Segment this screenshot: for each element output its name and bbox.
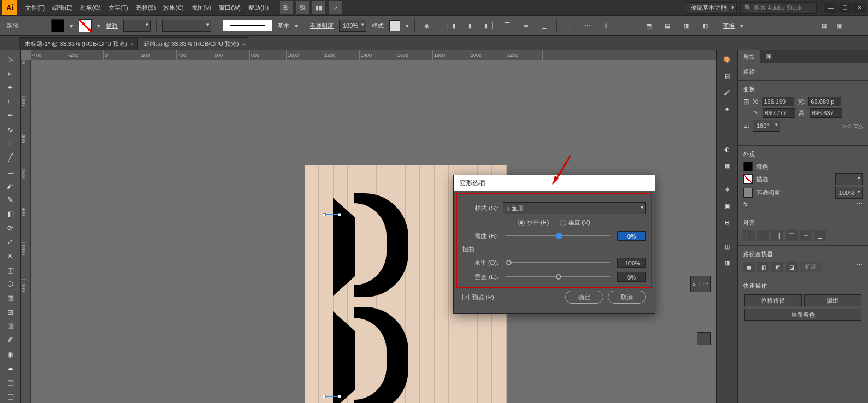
dist2-icon[interactable]: ⋯ bbox=[581, 19, 594, 32]
float-collapse-icon[interactable]: » bbox=[693, 281, 696, 287]
tool-symbol[interactable]: ☁ bbox=[3, 361, 18, 375]
dock-artb-icon[interactable]: ⊞ bbox=[720, 215, 735, 229]
style-dd-icon[interactable]: ▾ bbox=[406, 22, 409, 29]
fill-dd-icon[interactable]: ▾ bbox=[70, 22, 73, 29]
recolor-icon[interactable]: ◉ bbox=[420, 19, 433, 32]
dock-gs-icon[interactable]: ◨ bbox=[720, 256, 735, 270]
dock-layers-icon[interactable]: ❖ bbox=[720, 182, 735, 197]
vsp-dd[interactable] bbox=[162, 20, 211, 32]
dock-swatch-icon[interactable]: ▤ bbox=[720, 69, 735, 83]
dist-icon[interactable]: ⋮ bbox=[562, 19, 575, 32]
float-toolbar-2[interactable] bbox=[697, 332, 711, 345]
align-b-icon[interactable]: ▁ bbox=[538, 19, 551, 32]
radio-horizontal[interactable]: 水平 (H) bbox=[518, 218, 549, 227]
quick-recolor-button[interactable]: 重新着色 bbox=[744, 309, 861, 321]
tab-1-close-icon[interactable]: × bbox=[130, 41, 134, 48]
quick-offset-button[interactable]: 位移路径 bbox=[744, 294, 802, 306]
tool-lasso[interactable]: ⊂ bbox=[3, 95, 18, 108]
bend-slider[interactable] bbox=[506, 235, 610, 236]
menu-object[interactable]: 对象(O) bbox=[77, 2, 104, 14]
tool-graph[interactable]: ▤ bbox=[3, 376, 18, 389]
tool-magic-wand[interactable]: ✦ bbox=[3, 81, 18, 94]
radio-vertical[interactable]: 垂直 (V) bbox=[560, 218, 590, 227]
tool-gradient[interactable]: ▥ bbox=[3, 319, 18, 333]
guide-h1[interactable] bbox=[31, 116, 716, 116]
pf-intersect[interactable]: ◩ bbox=[771, 262, 783, 272]
dist4-icon[interactable]: ≡ bbox=[618, 19, 631, 32]
tool-eyedropper[interactable]: ✐ bbox=[3, 334, 18, 347]
tool-perspective[interactable]: ▦ bbox=[3, 292, 18, 305]
tool-free-transform[interactable]: ◫ bbox=[3, 263, 18, 276]
brush-preview[interactable] bbox=[223, 20, 272, 31]
pf-minus[interactable]: ◧ bbox=[757, 262, 769, 272]
menu-window[interactable]: 窗口(W) bbox=[216, 2, 244, 14]
arrange-icon[interactable]: ▮▮ bbox=[312, 1, 325, 14]
tool-mesh[interactable]: ⊞ bbox=[3, 305, 18, 318]
ok-button[interactable]: 确定 bbox=[565, 291, 603, 304]
tab-2-close-icon[interactable]: × bbox=[242, 41, 246, 48]
float-menu-icon[interactable]: ⋯ bbox=[702, 281, 708, 288]
close-button[interactable]: ✕ bbox=[853, 3, 866, 13]
opac-sw[interactable] bbox=[743, 188, 753, 198]
transform-label[interactable]: 变换 bbox=[723, 22, 735, 30]
dock-grad-icon[interactable]: ◐ bbox=[720, 142, 735, 156]
v-distort-value[interactable]: 0% bbox=[617, 272, 646, 282]
dock-trans-icon[interactable]: ▦ bbox=[720, 158, 735, 173]
tab-properties[interactable]: 属性 bbox=[738, 50, 760, 63]
bridge-icon[interactable]: Br bbox=[280, 1, 293, 14]
align-btn-2[interactable]: │ bbox=[757, 230, 769, 241]
h-distort-slider[interactable] bbox=[506, 262, 610, 263]
tool-shape-builder[interactable]: ⬡ bbox=[3, 277, 18, 291]
doc-tab-2[interactable]: 新的.ai @ 33.33% (RGB/GPU 预览) × bbox=[138, 37, 249, 50]
style-swatch[interactable] bbox=[389, 20, 400, 31]
h-input[interactable] bbox=[810, 108, 842, 118]
isolate-icon[interactable]: ▦ bbox=[818, 19, 831, 32]
dock-app-icon[interactable]: ◫ bbox=[720, 239, 735, 253]
tool-selection[interactable]: ▷ bbox=[3, 53, 18, 66]
menu-effect[interactable]: 效果(C) bbox=[160, 2, 187, 14]
bend-value[interactable]: 0% bbox=[617, 231, 646, 241]
maximize-button[interactable]: ☐ bbox=[839, 3, 852, 13]
minimize-button[interactable]: — bbox=[824, 3, 837, 13]
v-distort-slider[interactable] bbox=[506, 276, 610, 277]
align-r-icon[interactable]: ▮▕ bbox=[482, 19, 495, 32]
more-icon[interactable]: ⋮≡ bbox=[848, 19, 861, 32]
shape1-icon[interactable]: ⬒ bbox=[643, 19, 656, 32]
menu-type[interactable]: 文字(T) bbox=[105, 2, 132, 14]
fill-swatch[interactable] bbox=[51, 19, 64, 32]
opacity-value[interactable]: 100% bbox=[339, 20, 366, 32]
pf-more-icon[interactable]: ⋯ bbox=[857, 262, 863, 272]
doc-tab-1[interactable]: 未标题-1* @ 33.33% (RGB/GPU 预览) × bbox=[19, 37, 138, 50]
brush-dd-icon[interactable]: ▾ bbox=[295, 22, 298, 29]
stroke-swatch[interactable] bbox=[79, 19, 92, 32]
tool-blend[interactable]: ◉ bbox=[3, 347, 18, 360]
tool-type[interactable]: T bbox=[3, 137, 18, 150]
menu-select[interactable]: 选择(S) bbox=[133, 2, 159, 14]
tool-scale[interactable]: ⤢ bbox=[3, 235, 18, 248]
dock-stroke-icon[interactable]: ≡ bbox=[720, 126, 735, 140]
pf-unite[interactable]: ◼ bbox=[743, 262, 755, 272]
tool-artboard[interactable]: ▢ bbox=[3, 390, 18, 403]
tool-pen[interactable]: ✒ bbox=[3, 109, 18, 122]
shape3-icon[interactable]: ◨ bbox=[680, 19, 693, 32]
align-btn-4[interactable]: ▔ bbox=[786, 230, 798, 241]
shape2-icon[interactable]: ⬓ bbox=[661, 19, 674, 32]
quick-group-button[interactable]: 编组 bbox=[804, 294, 862, 306]
pf-exclude[interactable]: ◪ bbox=[786, 262, 798, 272]
y-input[interactable] bbox=[763, 108, 795, 118]
menu-edit[interactable]: 编辑(E) bbox=[49, 2, 76, 14]
tool-width[interactable]: ⨯ bbox=[3, 250, 18, 263]
w-input[interactable] bbox=[808, 97, 841, 106]
dock-brush-icon[interactable]: 🖌 bbox=[720, 85, 735, 99]
tool-direct-select[interactable]: ▹ bbox=[3, 67, 18, 80]
stroke-label[interactable]: 描边 bbox=[106, 22, 118, 30]
cancel-button[interactable]: 取消 bbox=[608, 291, 646, 304]
stroke-sw[interactable] bbox=[743, 174, 753, 184]
tool-rotate[interactable]: ⟳ bbox=[3, 221, 18, 234]
selection-box[interactable] bbox=[324, 214, 340, 397]
align-l-icon[interactable]: ▏▮ bbox=[445, 19, 458, 32]
dist3-icon[interactable]: ⫴ bbox=[599, 19, 613, 32]
appearance-more-icon[interactable]: ⋯ bbox=[857, 200, 863, 208]
menu-help[interactable]: 帮助(H) bbox=[245, 2, 272, 14]
dock-asset-icon[interactable]: ▣ bbox=[720, 199, 735, 213]
